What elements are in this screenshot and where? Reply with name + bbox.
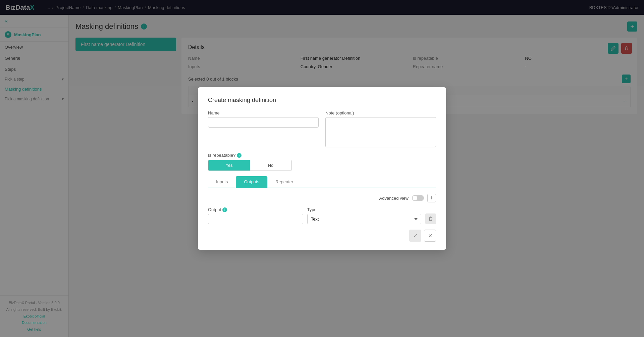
output-row: Output i Type Text Number Date Boolean — [208, 207, 436, 224]
output-input[interactable] — [208, 214, 303, 224]
output-label: Output i — [208, 207, 303, 212]
name-input[interactable] — [208, 117, 319, 128]
repeatable-toggle-group: Yes No — [208, 160, 292, 171]
modal-name-field: Name — [208, 110, 319, 147]
modal-note-label: Note (optional) — [325, 110, 436, 115]
add-output-button[interactable]: + — [427, 194, 436, 202]
note-input[interactable] — [325, 117, 436, 147]
cancel-button[interactable]: ✕ — [424, 230, 436, 242]
type-label: Type — [307, 207, 421, 212]
modal-repeatable-label: Is repeatable? i — [208, 153, 436, 158]
modal-repeatable-row: Is repeatable? i Yes No — [208, 153, 436, 171]
advanced-view-toggle[interactable] — [412, 195, 424, 201]
create-masking-definition-modal: Create masking definition Name Note (opt… — [198, 87, 446, 250]
advanced-view-label: Advanced view — [379, 196, 409, 201]
modal-overlay: Create masking definition Name Note (opt… — [0, 0, 644, 337]
repeatable-info-icon[interactable]: i — [237, 153, 241, 158]
tab-outputs[interactable]: Outputs — [236, 176, 267, 188]
modal-name-label: Name — [208, 110, 319, 115]
toggle-knob — [413, 196, 417, 200]
tab-repeater[interactable]: Repeater — [267, 176, 301, 188]
repeatable-no-button[interactable]: No — [250, 160, 291, 171]
modal-name-note-row: Name Note (optional) — [208, 110, 436, 147]
modal-tabs: Inputs Outputs Repeater — [208, 176, 436, 188]
type-field: Type Text Number Date Boolean — [307, 207, 421, 224]
delete-output-button[interactable] — [425, 213, 436, 224]
tab-inputs[interactable]: Inputs — [208, 176, 236, 188]
repeatable-yes-button[interactable]: Yes — [208, 160, 250, 171]
output-info-icon[interactable]: i — [222, 207, 227, 212]
modal-footer: ✓ ✕ — [208, 230, 436, 242]
advanced-view-row: Advanced view + — [208, 194, 436, 202]
type-select[interactable]: Text Number Date Boolean — [307, 214, 421, 224]
output-field: Output i — [208, 207, 303, 224]
modal-note-field: Note (optional) — [325, 110, 436, 147]
modal-title: Create masking definition — [208, 97, 436, 104]
confirm-button[interactable]: ✓ — [409, 230, 421, 242]
